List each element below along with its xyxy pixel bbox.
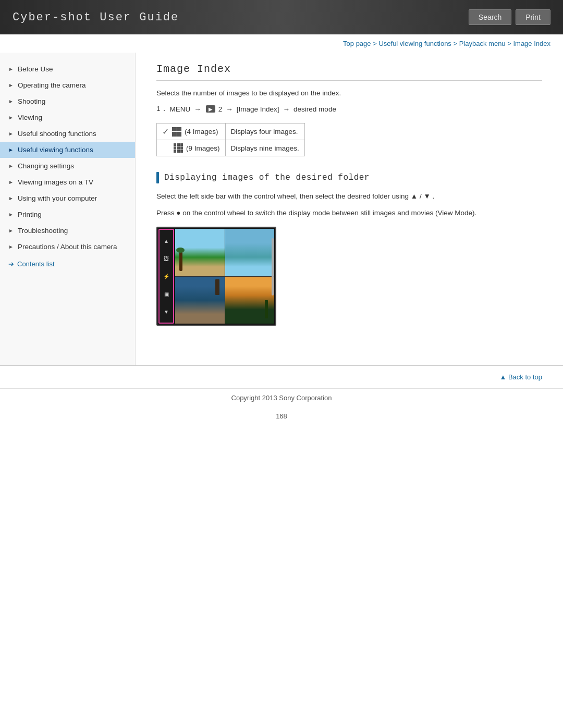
- description-text: Selects the number of images to be displ…: [156, 89, 542, 97]
- images-area: [175, 229, 274, 324]
- image-cell-3: [175, 277, 225, 324]
- header-buttons: Search Print: [469, 9, 550, 25]
- nine-images-label: (9 Images): [186, 144, 220, 152]
- scrollbar: [272, 238, 274, 295]
- section2-heading: Displaying images of the desired folder: [156, 172, 542, 183]
- sidebar-item-changing-settings[interactable]: ► Changing settings: [0, 158, 135, 174]
- playback-icon: ▶: [206, 105, 215, 113]
- nine-images-cell: (9 Images): [157, 140, 226, 156]
- checkmark-icon: ✓: [162, 127, 169, 137]
- arrow-sym-3: →: [283, 105, 290, 113]
- footer-copyright: Copyright 2013 Sony Corporation: [0, 388, 563, 407]
- main-content: Image Index Selects the number of images…: [136, 53, 563, 365]
- nine-images-desc: Displays nine images.: [225, 140, 304, 156]
- arrow-icon: ►: [8, 115, 14, 120]
- menu-label: MENU: [170, 105, 191, 113]
- sidebar-item-operating[interactable]: ► Operating the camera: [0, 77, 135, 93]
- arrow-icon: ►: [8, 82, 14, 88]
- arrow-icon: ►: [8, 98, 14, 104]
- arrow-icon: ►: [8, 163, 14, 169]
- sidebar-item-printing[interactable]: ► Printing: [0, 206, 135, 223]
- arrow-icon: ►: [8, 66, 14, 72]
- sidebar-item-using-computer[interactable]: ► Using with your computer: [0, 190, 135, 206]
- arrow-right-icon: ➔: [8, 260, 14, 268]
- four-grid-icon: [172, 127, 181, 137]
- panel-icon-grid: ▣: [164, 291, 169, 297]
- section2-title: Displaying images of the desired folder: [164, 173, 370, 182]
- menu-instruction: 1． MENU → ▶ 2 → [Image Index] → desired …: [156, 104, 542, 114]
- arrow-icon: ►: [8, 179, 14, 185]
- image-cell-1: [175, 229, 225, 276]
- arrow-sym-1: →: [194, 105, 201, 113]
- panel-icon-flash: ⚡: [163, 274, 169, 279]
- copyright-text: Copyright 2013 Sony Corporation: [231, 394, 332, 402]
- nine-grid-icon: [174, 143, 183, 153]
- camera-display: ▲ 🖼 ⚡ ▣ ▼: [156, 227, 276, 326]
- check-cell: ✓ (4 Images): [157, 124, 226, 140]
- sidebar-item-shooting[interactable]: ► Shooting: [0, 93, 135, 109]
- image-cell-4: [225, 277, 275, 324]
- panel-icon-folder: 🖼: [164, 256, 169, 262]
- search-button[interactable]: Search: [469, 9, 511, 25]
- sidebar: ► Before Use ► Operating the camera ► Sh…: [0, 53, 136, 365]
- table-row: ✓ (4 Images) Displays four images.: [157, 124, 305, 140]
- step-number-2: 2: [218, 105, 223, 113]
- arrow-icon: ►: [8, 195, 14, 201]
- breadcrumb: Top page > Useful viewing functions > Pl…: [0, 34, 563, 53]
- images-grid: [175, 229, 274, 324]
- image-index-label: [Image Index]: [237, 105, 279, 113]
- sidebar-item-troubleshooting[interactable]: ► Troubleshooting: [0, 223, 135, 239]
- sidebar-item-before-use[interactable]: ► Before Use: [0, 61, 135, 77]
- sidebar-item-precautions[interactable]: ► Precautions / About this camera: [0, 239, 135, 255]
- table-row: (9 Images) Displays nine images.: [157, 140, 305, 156]
- camera-display-inner: ▲ 🖼 ⚡ ▣ ▼: [157, 228, 275, 325]
- back-to-top-link[interactable]: ▲ Back to top: [499, 373, 542, 381]
- app-title: Cyber-shot User Guide: [13, 11, 179, 24]
- back-to-top-bar: ▲ Back to top: [0, 365, 563, 388]
- page-number: 168: [0, 407, 563, 425]
- arrow-icon: ►: [8, 147, 14, 153]
- sidebar-item-viewing-tv[interactable]: ► Viewing images on a TV: [0, 174, 135, 190]
- breadcrumb-playback-menu[interactable]: Playback menu: [459, 40, 506, 47]
- four-images-label: (4 Images): [185, 128, 218, 135]
- panel-icon-up: ▲: [164, 238, 169, 244]
- breadcrumb-current: Image Index: [513, 40, 550, 47]
- arrow-icon: ►: [8, 131, 14, 137]
- header: Cyber-shot User Guide Search Print: [0, 0, 563, 34]
- sidebar-item-useful-shooting[interactable]: ► Useful shooting functions: [0, 126, 135, 142]
- para1: Select the left side bar with the contro…: [156, 191, 542, 202]
- contents-list-link[interactable]: ➔ Contents list: [0, 255, 135, 273]
- image-cell-2: [225, 229, 275, 276]
- para2: Press ● on the control wheel to switch t…: [156, 207, 542, 219]
- print-button[interactable]: Print: [516, 9, 550, 25]
- camera-sidebar-panel: ▲ 🖼 ⚡ ▣ ▼: [158, 229, 174, 324]
- step-number: 1．: [156, 104, 168, 114]
- breadcrumb-useful-viewing[interactable]: Useful viewing functions: [378, 40, 451, 47]
- sidebar-item-useful-viewing[interactable]: ► Useful viewing functions: [0, 142, 135, 158]
- desired-mode-label: desired mode: [293, 105, 336, 113]
- panel-icon-down: ▼: [164, 309, 169, 315]
- page-number-text: 168: [276, 412, 287, 420]
- four-images-desc: Displays four images.: [225, 124, 304, 140]
- blue-bar-icon: [156, 172, 159, 183]
- arrow-icon: ►: [8, 212, 14, 217]
- sidebar-item-viewing[interactable]: ► Viewing: [0, 109, 135, 126]
- main-layout: ► Before Use ► Operating the camera ► Sh…: [0, 53, 563, 365]
- page-title: Image Index: [156, 63, 542, 81]
- arrow-icon: ►: [8, 228, 14, 233]
- options-table: ✓ (4 Images) Displays four images.: [156, 123, 305, 156]
- arrow-sym-2: →: [226, 105, 233, 113]
- arrow-icon: ►: [8, 244, 14, 250]
- breadcrumb-top[interactable]: Top page: [343, 40, 371, 47]
